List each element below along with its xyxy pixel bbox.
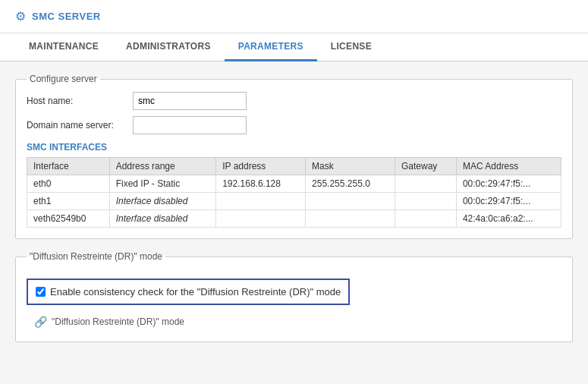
dr-link-row[interactable]: 🔗 "Diffusion Restreinte (DR)" mode (27, 313, 561, 331)
gear-icon: ⚙ (15, 9, 26, 24)
cell-mac: 00:0c:29:47:f5:... (456, 175, 561, 193)
tab-bar: MAINTENANCE ADMINISTRATORS PARAMETERS LI… (0, 33, 588, 61)
cell-mac: 00:0c:29:47:f5:... (456, 193, 561, 210)
tab-license[interactable]: LICENSE (317, 33, 385, 61)
tab-parameters[interactable]: PARAMETERS (225, 33, 317, 61)
cell-address-range: Interface disabled (109, 210, 216, 228)
dr-link-text: "Diffusion Restreinte (DR)" mode (52, 316, 184, 327)
cell-mask (306, 193, 395, 210)
configure-server-section: Configure server Host name: Domain name … (15, 74, 573, 239)
table-row[interactable]: eth0 Fixed IP - Static 192.168.6.128 255… (27, 175, 561, 193)
cell-ip (216, 193, 306, 210)
col-mask: Mask (306, 158, 395, 175)
cell-interface: eth1 (27, 193, 110, 210)
page-title: SMC SERVER (32, 11, 101, 22)
cell-ip: 192.168.6.128 (216, 175, 306, 193)
col-address-range: Address range (109, 158, 216, 175)
tab-maintenance[interactable]: MAINTENANCE (15, 33, 112, 61)
cell-interface: veth62549b0 (27, 210, 110, 228)
dr-checkbox[interactable] (36, 287, 46, 297)
smc-interfaces-title: SMC INTERFACES (27, 142, 561, 153)
col-gateway: Gateway (395, 158, 457, 175)
dr-mode-legend: "Diffusion Restreinte (DR)" mode (27, 251, 165, 262)
main-content: Configure server Host name: Domain name … (0, 61, 588, 354)
cell-interface: eth0 (27, 175, 110, 193)
link-icon: 🔗 (34, 316, 47, 328)
dns-row: Domain name server: (27, 116, 561, 134)
dr-checkbox-container: Enable consistency check for the "Diffus… (27, 269, 561, 313)
cell-gateway (395, 175, 457, 193)
table-row[interactable]: eth1 Interface disabled 00:0c:29:47:f5:.… (27, 193, 561, 210)
dns-label: Domain name server: (27, 120, 133, 131)
col-interface: Interface (27, 158, 110, 175)
tab-administrators[interactable]: ADMINISTRATORS (112, 33, 225, 61)
page-header: ⚙ SMC SERVER (0, 0, 588, 33)
cell-address-range: Fixed IP - Static (109, 175, 216, 193)
cell-address-range: Interface disabled (109, 193, 216, 210)
col-ip-address: IP address (216, 158, 306, 175)
cell-mask (306, 210, 395, 228)
configure-server-legend: Configure server (27, 74, 100, 84)
dns-input[interactable] (133, 116, 247, 134)
dr-checkbox-text: Enable consistency check for the "Diffus… (50, 286, 341, 297)
cell-mac: 42:4a:0c:a6:a2:... (456, 210, 561, 228)
hostname-row: Host name: (27, 92, 561, 110)
cell-gateway (395, 193, 457, 210)
col-mac: MAC Address (456, 158, 561, 175)
interfaces-table: Interface Address range IP address Mask … (27, 157, 561, 228)
cell-mask: 255.255.255.0 (306, 175, 395, 193)
table-row[interactable]: veth62549b0 Interface disabled 42:4a:0c:… (27, 210, 561, 228)
dr-checkbox-label[interactable]: Enable consistency check for the "Diffus… (27, 279, 350, 305)
dr-mode-section: "Diffusion Restreinte (DR)" mode Enable … (15, 251, 573, 342)
cell-ip (216, 210, 306, 228)
cell-gateway (395, 210, 457, 228)
hostname-input[interactable] (133, 92, 247, 110)
hostname-label: Host name: (27, 96, 133, 106)
